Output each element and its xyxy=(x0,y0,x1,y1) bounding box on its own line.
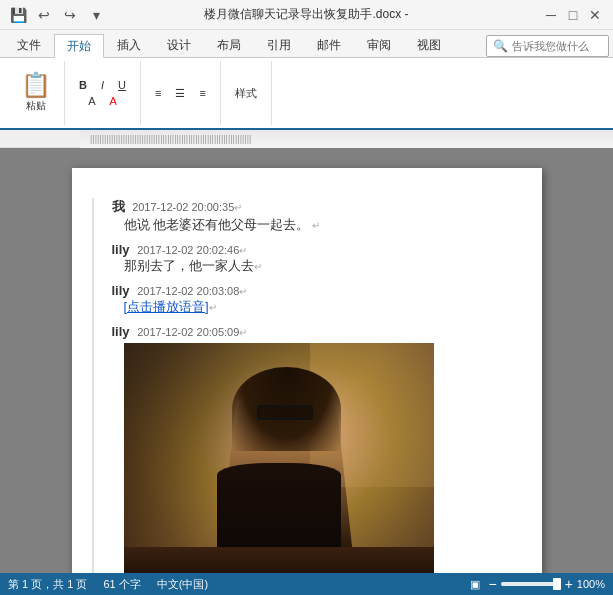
zoom-out-btn[interactable]: − xyxy=(488,576,496,592)
zoom-slider-fill xyxy=(501,582,561,586)
paste-label: 粘贴 xyxy=(26,99,46,113)
audio-link-text[interactable]: [点击播放语音] xyxy=(124,299,209,314)
title-bar: 💾 ↩ ↪ ▾ 楼月微信聊天记录导出恢复助手.docx - ─ □ ✕ xyxy=(0,0,613,30)
title-bar-controls: ─ □ ✕ xyxy=(541,5,605,25)
tab-file[interactable]: 文件 xyxy=(4,33,54,57)
page-info: 第 1 页，共 1 页 xyxy=(8,577,87,592)
text-1: 他说 他老婆还有他父母一起去。 ↵ xyxy=(124,216,502,234)
ribbon-tabs: 文件 开始 插入 设计 布局 引用 邮件 审阅 视图 🔍 xyxy=(0,30,613,58)
maximize-button[interactable]: □ xyxy=(563,5,583,25)
doc-page: 我 2017-12-02 20:00:35↵ 他说 他老婆还有他父母一起去。 ↵… xyxy=(72,168,542,573)
align-right-btn[interactable]: ≡ xyxy=(193,85,211,102)
tab-home[interactable]: 开始 xyxy=(54,34,104,58)
zoom-bar: − + 100% xyxy=(488,576,605,592)
clipboard-group: 📋 粘贴 xyxy=(8,61,65,125)
char-count: 61 个字 xyxy=(103,577,140,592)
text-2: 那别去了，他一家人去↵ xyxy=(124,257,502,275)
paragraph-group: ≡ ☰ ≡ xyxy=(141,61,221,125)
chat-image xyxy=(124,343,434,573)
language: 中文(中国) xyxy=(157,577,208,592)
undo-icon[interactable]: ↩ xyxy=(34,5,54,25)
font-group: B I U A A xyxy=(65,61,141,125)
paste-button[interactable]: 📋 粘贴 xyxy=(16,69,56,117)
tab-design[interactable]: 设计 xyxy=(154,33,204,57)
tab-layout[interactable]: 布局 xyxy=(204,33,254,57)
document-area: 我 2017-12-02 20:00:35↵ 他说 他老婆还有他父母一起去。 ↵… xyxy=(0,148,613,573)
title-bar-left: 💾 ↩ ↪ ▾ xyxy=(8,5,106,25)
close-button[interactable]: ✕ xyxy=(585,5,605,25)
chat-entry-4: lily 2017-12-02 20:05:09↵ xyxy=(112,324,502,573)
tab-review[interactable]: 审阅 xyxy=(354,33,404,57)
status-bar: 第 1 页，共 1 页 61 个字 中文(中国) ▣ − + 100% xyxy=(0,573,613,595)
tab-view[interactable]: 视图 xyxy=(404,33,454,57)
align-left-btn[interactable]: ≡ xyxy=(149,85,167,102)
sender-3: lily xyxy=(112,283,130,298)
underline-button[interactable]: U xyxy=(112,77,132,93)
redo-icon[interactable]: ↪ xyxy=(60,5,80,25)
zoom-level: 100% xyxy=(577,578,605,590)
status-right: ▣ − + 100% xyxy=(470,576,605,592)
chat-entry-3: lily 2017-12-02 20:03:08↵ [点击播放语音]↵ xyxy=(112,283,502,316)
tab-mailing[interactable]: 邮件 xyxy=(304,33,354,57)
sender-2: lily xyxy=(112,242,130,257)
italic-button[interactable]: I xyxy=(95,77,110,93)
styles-group: 样式 xyxy=(221,61,272,125)
search-input[interactable] xyxy=(512,40,602,52)
search-icon: 🔍 xyxy=(493,39,508,53)
styles-btn[interactable]: 样式 xyxy=(229,84,263,103)
audio-link[interactable]: [点击播放语音]↵ xyxy=(124,298,502,316)
time-4: 2017-12-02 20:05:09↵ xyxy=(137,326,247,338)
chat-entry-2: lily 2017-12-02 20:02:46↵ 那别去了，他一家人去↵ xyxy=(112,242,502,275)
document-title: 楼月微信聊天记录导出恢复助手.docx - xyxy=(204,6,408,23)
paste-icon: 📋 xyxy=(21,73,51,97)
tab-insert[interactable]: 插入 xyxy=(104,33,154,57)
tab-references[interactable]: 引用 xyxy=(254,33,304,57)
bold-button[interactable]: B xyxy=(73,77,93,93)
zoom-in-btn[interactable]: + xyxy=(565,576,573,592)
more-icon[interactable]: ▾ xyxy=(86,5,106,25)
ribbon-content: 📋 粘贴 B I U A A ≡ ☰ ≡ 样式 xyxy=(0,58,613,130)
time-3: 2017-12-02 20:03:08↵ xyxy=(137,285,247,297)
align-center-btn[interactable]: ☰ xyxy=(169,85,191,102)
sender-4: lily xyxy=(112,324,130,339)
view-mode-icon[interactable]: ▣ xyxy=(470,578,480,591)
chat-entry-1: 我 2017-12-02 20:00:35↵ 他说 他老婆还有他父母一起去。 ↵ xyxy=(112,198,502,234)
ribbon-search-box[interactable]: 🔍 xyxy=(486,35,609,57)
font-color-btn[interactable]: A xyxy=(103,93,122,109)
zoom-slider-thumb xyxy=(553,578,561,590)
photo-background xyxy=(124,343,434,573)
font-size-btn[interactable]: A xyxy=(82,93,101,109)
sender-1: 我 xyxy=(112,199,125,214)
zoom-slider[interactable] xyxy=(501,582,561,586)
save-icon[interactable]: 💾 xyxy=(8,5,28,25)
time-2: 2017-12-02 20:02:46↵ xyxy=(137,244,247,256)
ruler: ||||||||||||||||||||||||||||||||||||||||… xyxy=(0,130,613,148)
time-1: 2017-12-02 20:00:35↵ xyxy=(132,201,242,213)
minimize-button[interactable]: ─ xyxy=(541,5,561,25)
